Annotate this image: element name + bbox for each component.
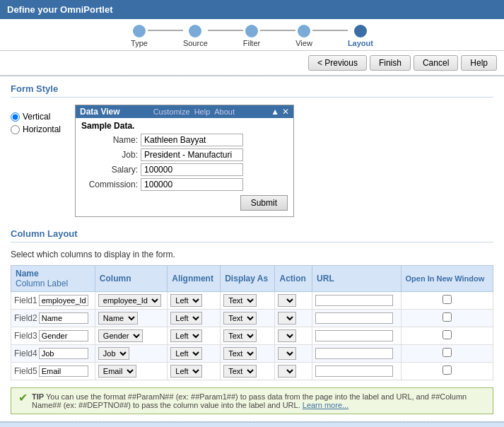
- data-view-title: Data View: [80, 107, 119, 117]
- cell-column-2: Gender: [95, 327, 167, 345]
- cell-name-2: Field3: [11, 327, 95, 345]
- action-select[interactable]: [278, 365, 296, 378]
- alignment-select[interactable]: Left: [170, 294, 202, 307]
- top-previous-button[interactable]: < Previous: [308, 55, 367, 71]
- action-select[interactable]: [278, 347, 296, 360]
- column-select[interactable]: Name: [98, 312, 138, 324]
- display-as-select[interactable]: Text: [223, 365, 257, 378]
- cell-open-new-0: [401, 292, 493, 310]
- field-name-input[interactable]: [39, 365, 88, 377]
- action-select[interactable]: [278, 294, 296, 307]
- url-input[interactable]: [315, 312, 393, 324]
- th-column: Column: [95, 266, 167, 292]
- column-select[interactable]: Email: [98, 365, 136, 378]
- open-new-checkbox[interactable]: [443, 348, 452, 357]
- radio-horizontal-text: Horizontal: [23, 124, 61, 134]
- cell-url-1: [312, 310, 401, 327]
- step-filter-circle: [245, 25, 258, 37]
- dv-input-name[interactable]: [141, 134, 243, 146]
- field-name-input[interactable]: [39, 330, 88, 341]
- column-select[interactable]: Gender: [98, 329, 143, 342]
- display-as-select[interactable]: Text: [223, 329, 257, 342]
- radio-horizontal-label[interactable]: Horizontal: [11, 124, 61, 134]
- cell-name-3: Field4: [11, 345, 95, 363]
- display-as-select[interactable]: Text: [223, 347, 257, 360]
- top-help-button[interactable]: Help: [461, 55, 497, 71]
- cell-action-0: [275, 292, 312, 310]
- cell-alignment-1: Left: [168, 310, 221, 327]
- open-new-checkbox[interactable]: [443, 365, 452, 375]
- dv-submit-button[interactable]: Submit: [240, 195, 288, 211]
- cell-action-3: [275, 345, 312, 363]
- open-new-checkbox[interactable]: [443, 312, 452, 322]
- cell-column-1: Name: [95, 310, 167, 327]
- display-as-select[interactable]: Text: [223, 312, 257, 324]
- title-bar-label: Define your OmniPortlet: [7, 4, 113, 15]
- alignment-select[interactable]: Left: [170, 365, 202, 378]
- top-cancel-button[interactable]: Cancel: [414, 55, 458, 71]
- alignment-select[interactable]: Left: [170, 347, 202, 360]
- cell-action-1: [275, 310, 312, 327]
- action-select[interactable]: [278, 312, 296, 324]
- radio-horizontal-input[interactable]: [11, 125, 20, 134]
- tip-icon: ✔: [18, 391, 28, 404]
- th-alignment: Alignment: [168, 266, 221, 292]
- column-select[interactable]: employee_Id: [98, 294, 161, 307]
- url-input[interactable]: [315, 365, 393, 377]
- step-type: Type: [131, 25, 148, 47]
- alignment-select[interactable]: Left: [170, 312, 202, 324]
- data-view-body: Sample Data. Name: Job: Salary: Comm: [76, 118, 293, 216]
- cell-open-new-3: [401, 345, 493, 363]
- action-select[interactable]: [278, 329, 296, 342]
- dv-input-commission[interactable]: [141, 178, 243, 191]
- url-input[interactable]: [315, 295, 393, 306]
- learn-more-link[interactable]: Learn more...: [303, 401, 348, 409]
- step-line-1: [148, 30, 183, 31]
- cell-alignment-0: Left: [168, 292, 221, 310]
- top-finish-button[interactable]: Finish: [370, 55, 411, 71]
- field-name-input[interactable]: [39, 312, 88, 324]
- step-filter-label: Filter: [243, 39, 260, 47]
- dv-input-salary[interactable]: [141, 163, 243, 176]
- table-row: Field1employee_IdLeftText: [11, 292, 493, 310]
- step-layout-circle: [354, 25, 367, 37]
- column-table: NameColumn Label Column Alignment Displa…: [11, 265, 493, 380]
- dv-row-job: Job:: [81, 148, 288, 161]
- field-name-input[interactable]: [39, 348, 88, 359]
- customize-link[interactable]: Customize: [153, 107, 190, 116]
- url-input[interactable]: [315, 330, 393, 341]
- open-new-checkbox[interactable]: [443, 330, 452, 339]
- th-url: URL: [312, 266, 401, 292]
- dv-row-commission: Commission:: [81, 178, 288, 191]
- th-open-new-window: Open In New Window: [401, 266, 493, 292]
- top-toolbar: < Previous Finish Cancel Help: [0, 51, 504, 76]
- alignment-select[interactable]: Left: [170, 329, 202, 342]
- form-style-title: Form Style: [11, 83, 493, 98]
- cell-open-new-1: [401, 310, 493, 327]
- url-input[interactable]: [315, 348, 393, 359]
- radio-group: Vertical Horizontal: [11, 105, 61, 134]
- dv-label-job: Job:: [81, 150, 138, 160]
- step-type-label: Type: [131, 39, 148, 47]
- bottom-toolbar: < Previous Finish Cancel Help: [0, 422, 504, 427]
- step-line-2: [208, 30, 243, 31]
- about-link[interactable]: About: [214, 107, 235, 116]
- data-view-links: Customize Help About: [153, 107, 235, 116]
- radio-vertical-input[interactable]: [11, 112, 20, 122]
- step-view-label: View: [295, 39, 312, 47]
- radio-vertical-label[interactable]: Vertical: [11, 112, 61, 122]
- field-name-input[interactable]: [39, 295, 88, 306]
- dv-input-job[interactable]: [141, 148, 243, 161]
- close-icon[interactable]: ✕: [282, 107, 289, 117]
- cell-alignment-4: Left: [168, 363, 221, 380]
- cell-display-as-3: Text: [221, 345, 275, 363]
- minimize-icon[interactable]: ▲: [271, 107, 279, 117]
- column-select[interactable]: Job: [98, 347, 129, 360]
- step-line-3: [260, 30, 295, 31]
- step-type-circle: [133, 25, 146, 37]
- help-link[interactable]: Help: [194, 107, 211, 116]
- dv-row-name: Name:: [81, 134, 288, 146]
- display-as-select[interactable]: Text: [223, 294, 257, 307]
- open-new-checkbox[interactable]: [443, 295, 452, 304]
- cell-display-as-2: Text: [221, 327, 275, 345]
